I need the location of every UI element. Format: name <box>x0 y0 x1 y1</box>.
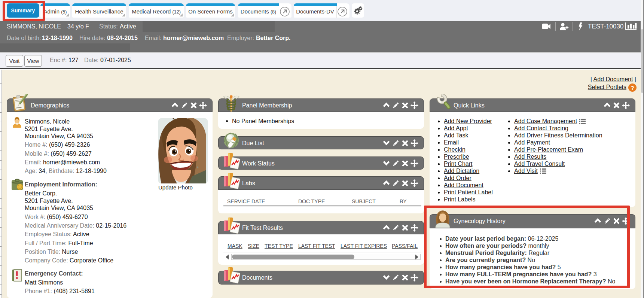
svg-text:?: ? <box>631 85 634 91</box>
